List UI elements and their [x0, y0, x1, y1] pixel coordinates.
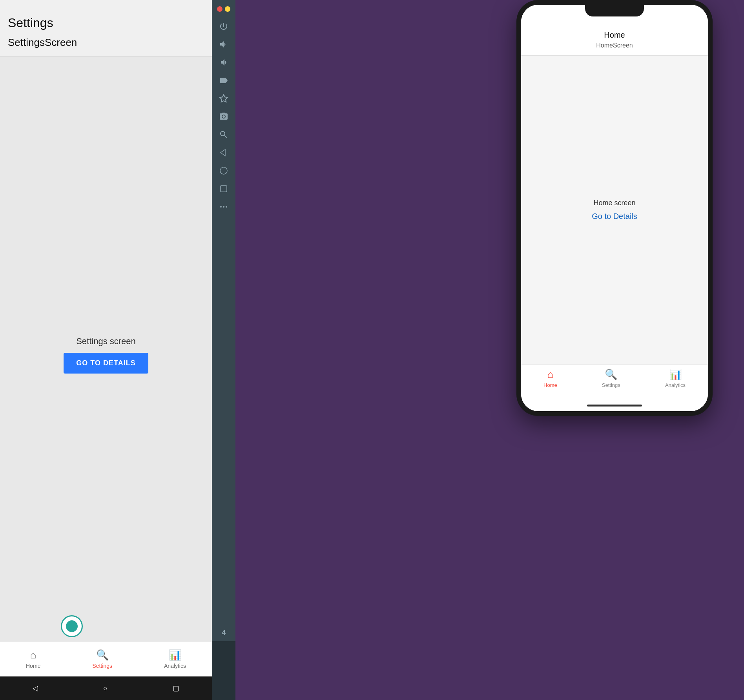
iphone-screen: Home HomeScreen Home screen Go to Detail… — [521, 5, 708, 411]
back-btn[interactable]: ◁ — [33, 684, 38, 693]
window-controls — [212, 4, 235, 14]
iphone-frame: Home HomeScreen Home screen Go to Detail… — [516, 0, 713, 416]
recents-btn[interactable]: ▢ — [173, 684, 179, 693]
right-iphone-panel: Home HomeScreen Home screen Go to Detail… — [235, 0, 744, 700]
fab-inner — [66, 620, 78, 632]
svg-point-6 — [226, 206, 227, 208]
home-btn[interactable]: ○ — [103, 684, 108, 693]
left-content: Settings screen GO TO DETAILS — [0, 57, 212, 700]
iphone-nav-subtitle: HomeScreen — [529, 42, 700, 49]
iphone-notch-area — [521, 5, 708, 24]
iphone-nav-title: Home — [529, 31, 700, 40]
android-nav-analytics-label: Analytics — [164, 663, 186, 669]
iphone-tab-analytics[interactable]: 📊 Analytics — [665, 368, 686, 388]
android-nav-settings-label: Settings — [92, 663, 112, 669]
left-android-panel: Settings SettingsScreen Settings screen … — [0, 0, 212, 700]
iphone-notch — [585, 5, 644, 16]
android-system-nav: ◁ ○ ▢ — [0, 676, 212, 700]
svg-marker-0 — [220, 95, 228, 102]
fab-button[interactable] — [61, 615, 83, 637]
home-icon: ⌂ — [30, 649, 36, 661]
camera-icon[interactable] — [215, 109, 233, 124]
iphone-content: Home screen Go to Details — [521, 56, 708, 364]
iphone-tab-settings-label: Settings — [602, 382, 620, 388]
go-to-details-button[interactable]: GO TO DETAILS — [64, 353, 148, 374]
iphone-header-nav: Home HomeScreen — [521, 24, 708, 56]
android-bottom-nav: ⌂ Home 🔍 Settings 📊 Analytics — [0, 641, 212, 676]
volume-high-icon[interactable] — [215, 37, 233, 52]
iphone-home-indicator — [521, 399, 708, 411]
android-nav-home-label: Home — [26, 663, 40, 669]
middle-tools-panel: 4 — [212, 0, 235, 700]
iphone-home-icon: ⌂ — [547, 368, 554, 381]
iphone-tab-analytics-label: Analytics — [665, 382, 686, 388]
bookmark-icon[interactable] — [215, 91, 233, 106]
home-indicator-bar — [587, 405, 642, 407]
left-title: Settings — [8, 16, 204, 30]
minimize-window-btn[interactable] — [225, 6, 230, 12]
left-subtitle: SettingsScreen — [8, 36, 204, 49]
svg-marker-1 — [221, 149, 225, 156]
circle-icon[interactable] — [215, 163, 233, 178]
close-window-btn[interactable] — [217, 6, 222, 12]
tag-icon[interactable] — [215, 73, 233, 88]
middle-bottom-dark — [212, 641, 235, 700]
analytics-icon: 📊 — [169, 649, 181, 661]
iphone-content-label: Home screen — [593, 199, 635, 207]
iphone-search-icon: 🔍 — [605, 368, 617, 381]
power-icon[interactable] — [215, 19, 233, 34]
volume-low-icon[interactable] — [215, 55, 233, 70]
android-nav-analytics[interactable]: 📊 Analytics — [164, 649, 186, 669]
svg-point-2 — [220, 167, 227, 174]
android-nav-home[interactable]: ⌂ Home — [26, 649, 40, 669]
iphone-analytics-icon: 📊 — [669, 368, 682, 381]
iphone-tab-settings[interactable]: 🔍 Settings — [602, 368, 620, 388]
settings-screen-label: Settings screen — [76, 336, 136, 346]
search-icon-active: 🔍 — [96, 649, 109, 661]
android-nav-settings[interactable]: 🔍 Settings — [92, 649, 112, 669]
svg-point-5 — [223, 206, 224, 208]
svg-rect-3 — [221, 186, 227, 192]
svg-point-4 — [220, 206, 222, 208]
zoom-icon[interactable] — [215, 127, 233, 142]
iphone-go-to-details-link[interactable]: Go to Details — [592, 212, 637, 221]
iphone-tab-bar: ⌂ Home 🔍 Settings 📊 Analytics — [521, 364, 708, 399]
iphone-tab-home-label: Home — [543, 382, 557, 388]
iphone-tab-home[interactable]: ⌂ Home — [543, 368, 557, 388]
triangle-back-icon[interactable] — [215, 145, 233, 160]
page-number: 4 — [222, 629, 226, 637]
more-icon[interactable] — [215, 199, 233, 214]
square-icon[interactable] — [215, 181, 233, 196]
left-header: Settings SettingsScreen — [0, 0, 212, 57]
